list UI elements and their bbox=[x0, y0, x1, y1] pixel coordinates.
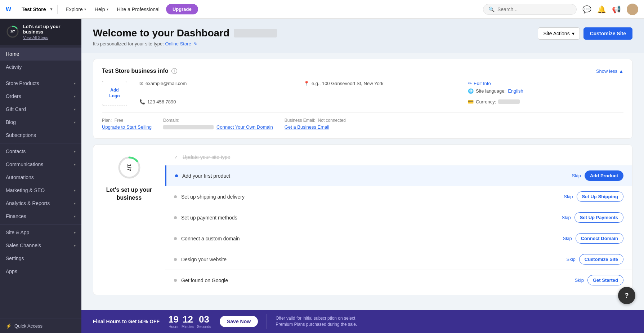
user-avatar[interactable] bbox=[627, 4, 638, 15]
plan-label-text: Plan: bbox=[102, 118, 112, 123]
business-info-card: Test Store business info i Show less ▲ A… bbox=[93, 59, 632, 139]
search-bar[interactable]: 🔍 bbox=[483, 4, 577, 15]
get-started-button[interactable]: Get Started bbox=[587, 275, 623, 285]
quick-access-label: Quick Access bbox=[14, 323, 43, 329]
business-email-label: Business Email: Not connected bbox=[285, 118, 346, 123]
skip-design-website-button[interactable]: Skip bbox=[567, 257, 576, 262]
help-nav-link[interactable]: Help ▾ bbox=[91, 4, 112, 14]
sidebar-header-text: Let's set up your business View All Step… bbox=[23, 24, 76, 40]
step-label-setup-shipping: Set up shipping and delivery bbox=[181, 194, 559, 200]
notifications-icon[interactable]: 🔔 bbox=[597, 5, 606, 14]
blog-chevron-icon: ▾ bbox=[74, 120, 76, 124]
sidebar-item-marketing-seo[interactable]: Marketing & SEO ▾ bbox=[0, 184, 81, 197]
countdown-hours-label: Hours bbox=[169, 325, 178, 329]
sidebar-setup-header[interactable]: 1/7 Let's set up your business View All … bbox=[0, 19, 81, 45]
sidebar-item-contacts[interactable]: Contacts ▾ bbox=[0, 145, 81, 158]
sidebar-item-communications[interactable]: Communications ▾ bbox=[0, 158, 81, 171]
customize-site-button[interactable]: Customize Site bbox=[583, 27, 632, 40]
save-now-button[interactable]: Save Now bbox=[220, 316, 258, 327]
online-store-link[interactable]: Online Store bbox=[165, 41, 191, 46]
site-actions-label: Site Actions bbox=[543, 31, 569, 36]
announcements-icon[interactable]: 📢 bbox=[612, 5, 621, 14]
sidebar-item-site-app[interactable]: Site & App ▾ bbox=[0, 226, 81, 239]
step-item-update-site-type: ✓ Update your site type bbox=[165, 149, 632, 165]
business-info-title-text: Test Store business info bbox=[102, 68, 169, 74]
setup-progress-label: 1/7 bbox=[126, 164, 132, 171]
step-dot-setup-shipping bbox=[174, 195, 177, 198]
step-actions-design-website: Skip Customize Site bbox=[567, 254, 623, 265]
hire-professional-nav-link[interactable]: Hire a Professional bbox=[113, 4, 163, 14]
finances-chevron-icon: ▾ bbox=[74, 214, 76, 218]
edit-site-type-icon[interactable]: ✎ bbox=[194, 41, 197, 46]
sidebar-item-marketing-seo-label: Marketing & SEO bbox=[6, 187, 70, 193]
sidebar-item-sales-channels[interactable]: Sales Channels ▾ bbox=[0, 239, 81, 252]
setup-title: Let's set up your business bbox=[102, 186, 156, 202]
business-email-label-text: Business Email: bbox=[285, 118, 315, 123]
skip-connect-domain-button[interactable]: Skip bbox=[563, 236, 572, 241]
step-actions-setup-payment: Skip Set Up Payments bbox=[562, 212, 624, 223]
skip-add-first-product-button[interactable]: Skip bbox=[572, 173, 581, 178]
connect-domain-link[interactable]: Connect Your Own Domain bbox=[216, 124, 273, 130]
sidebar-item-orders[interactable]: Orders ▾ bbox=[0, 90, 81, 103]
store-products-chevron-icon: ▾ bbox=[74, 81, 76, 85]
dashboard-title-row: Welcome to your Dashboard bbox=[93, 27, 277, 39]
add-product-button[interactable]: Add Product bbox=[585, 170, 623, 181]
sidebar-item-apps[interactable]: Apps bbox=[0, 265, 81, 278]
skip-get-found-google-button[interactable]: Skip bbox=[575, 278, 584, 283]
connect-domain-button[interactable]: Connect Domain bbox=[576, 233, 623, 244]
setup-card-body: 1/7 Let's set up your business ✓ Update … bbox=[93, 145, 632, 295]
sidebar: 1/7 Let's set up your business View All … bbox=[0, 19, 81, 333]
dashboard-subtitle: It's personalized for your site type: On… bbox=[93, 41, 277, 46]
plan-item: Plan: Free Upgrade to Start Selling bbox=[102, 118, 152, 130]
content-area: Test Store business info i Show less ▲ A… bbox=[81, 53, 644, 310]
add-logo-button[interactable]: AddLogo bbox=[102, 81, 127, 106]
get-business-email-link[interactable]: Get a Business Email bbox=[285, 124, 346, 130]
sidebar-item-activity[interactable]: Activity bbox=[0, 61, 81, 74]
sidebar-item-automations[interactable]: Automations bbox=[0, 171, 81, 184]
countdown-minutes-value: 12 bbox=[183, 315, 193, 324]
contacts-chevron-icon: ▾ bbox=[74, 150, 76, 154]
set-up-payments-button[interactable]: Set Up Payments bbox=[574, 212, 623, 223]
step-dot-connect-domain bbox=[174, 237, 177, 240]
sidebar-item-communications-label: Communications bbox=[6, 161, 70, 167]
sidebar-item-subscriptions[interactable]: Subscriptions bbox=[0, 129, 81, 142]
sidebar-item-activity-label: Activity bbox=[6, 64, 76, 70]
sidebar-item-blog[interactable]: Blog ▾ bbox=[0, 116, 81, 129]
sidebar-item-finances[interactable]: Finances ▾ bbox=[0, 210, 81, 223]
messages-icon[interactable]: 💬 bbox=[582, 5, 591, 14]
customize-site-step-button[interactable]: Customize Site bbox=[579, 254, 623, 265]
search-input[interactable] bbox=[497, 6, 571, 12]
edit-info-button[interactable]: ✏ Edit Info bbox=[468, 81, 491, 86]
sidebar-item-store-products[interactable]: Store Products ▾ bbox=[0, 77, 81, 90]
setup-card: 1/7 Let's set up your business ✓ Update … bbox=[93, 145, 632, 295]
marketing-seo-chevron-icon: ▾ bbox=[74, 188, 76, 192]
sidebar-divider-3 bbox=[0, 224, 81, 225]
skip-setup-shipping-button[interactable]: Skip bbox=[564, 194, 573, 199]
explore-nav-link[interactable]: Explore ▾ bbox=[62, 4, 89, 14]
wix-logo-area[interactable]: W Test Store ▼ bbox=[6, 5, 53, 13]
sidebar-item-orders-label: Orders bbox=[6, 93, 70, 99]
show-less-button[interactable]: Show less ▲ bbox=[596, 68, 623, 74]
skip-setup-payment-button[interactable]: Skip bbox=[562, 215, 571, 220]
store-dropdown-chevron[interactable]: ▼ bbox=[49, 7, 53, 11]
setup-progress-circle: 1/7 bbox=[117, 155, 142, 180]
sidebar-item-analytics-reports[interactable]: Analytics & Reports ▾ bbox=[0, 197, 81, 210]
search-icon: 🔍 bbox=[488, 6, 495, 12]
gift-card-chevron-icon: ▾ bbox=[74, 107, 76, 111]
plan-value-text: Free bbox=[115, 118, 124, 123]
view-all-steps-link[interactable]: View All Steps bbox=[23, 35, 76, 40]
upgrade-to-start-selling-link[interactable]: Upgrade to Start Selling bbox=[102, 124, 152, 130]
upgrade-button[interactable]: Upgrade bbox=[166, 4, 198, 14]
site-actions-button[interactable]: Site Actions ▾ bbox=[538, 27, 580, 40]
sidebar-item-settings[interactable]: Settings bbox=[0, 252, 81, 265]
set-up-shipping-button[interactable]: Set Up Shipping bbox=[577, 191, 623, 202]
dashboard-subtitle-text: It's personalized for your site type: bbox=[93, 41, 164, 46]
setup-left-panel: 1/7 Let's set up your business bbox=[93, 145, 165, 295]
quick-access-footer[interactable]: ⚡ Quick Access bbox=[0, 319, 81, 333]
site-actions-chevron-icon: ▾ bbox=[572, 31, 574, 36]
help-button[interactable]: ? bbox=[618, 287, 635, 304]
promo-bottom-bar: Final Hours to Get 50% OFF 19 Hours 12 M… bbox=[81, 310, 644, 333]
business-info-icon[interactable]: i bbox=[171, 68, 177, 74]
sidebar-item-home[interactable]: Home bbox=[0, 48, 81, 61]
sidebar-item-gift-card[interactable]: Gift Card ▾ bbox=[0, 103, 81, 116]
